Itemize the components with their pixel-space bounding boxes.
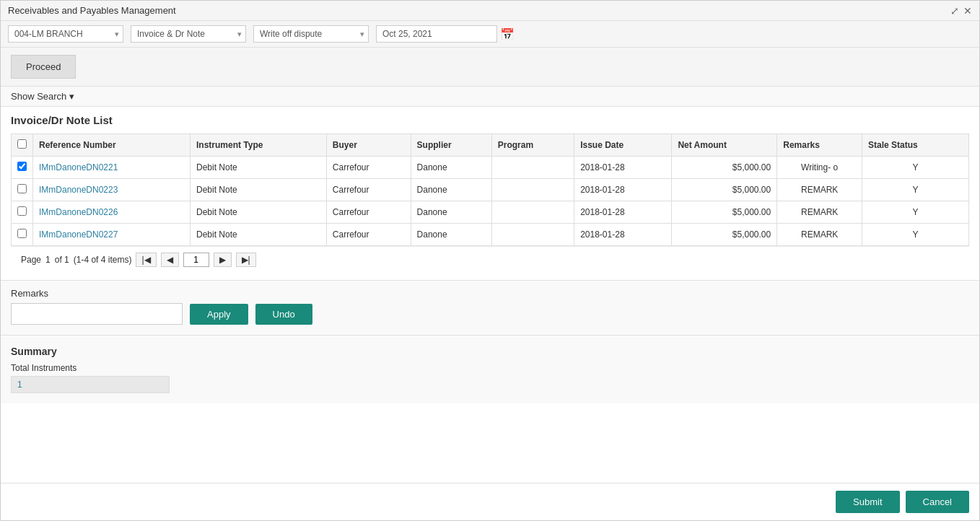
- transaction-type-dropdown-wrapper[interactable]: Invoice & Dr Note: [131, 25, 246, 43]
- page-number-text: 1: [45, 255, 51, 265]
- row-ref[interactable]: IMmDanoneDN0223: [33, 179, 191, 201]
- maximize-icon[interactable]: ⤢: [950, 5, 959, 17]
- row-net-amount: $5,000.00: [672, 224, 777, 246]
- row-supplier: Danone: [411, 201, 491, 224]
- row-stale: Y: [862, 157, 969, 179]
- table-section: Invoice/Dr Note List Reference Number In…: [1, 107, 979, 280]
- row-buyer: Carrefour: [326, 201, 411, 224]
- total-instruments-value: 1: [11, 376, 170, 393]
- row-ref[interactable]: IMmDanoneDN0226: [33, 201, 191, 224]
- row-checkbox[interactable]: [17, 229, 27, 238]
- row-checkbox-cell[interactable]: [12, 201, 33, 224]
- title-bar: Receivables and Payables Management ⤢ ✕: [1, 1, 979, 21]
- close-icon[interactable]: ✕: [963, 5, 972, 17]
- main-content: Proceed Show Search ▾ Invoice/Dr Note Li…: [1, 48, 979, 483]
- table-row: IMmDanoneDN0227Debit NoteCarrefourDanone…: [12, 224, 969, 246]
- remarks-section: Remarks Apply Undo: [1, 280, 979, 335]
- row-issue-date: 2018-01-28: [574, 224, 672, 246]
- proceed-section: Proceed: [1, 48, 979, 87]
- write-off-type-dropdown[interactable]: Write off dispute: [253, 25, 369, 43]
- write-off-type-dropdown-wrapper[interactable]: Write off dispute: [253, 25, 369, 43]
- row-program: [491, 224, 574, 246]
- row-type: Debit Note: [191, 179, 327, 201]
- col-program: Program: [491, 134, 574, 157]
- row-checkbox[interactable]: [17, 162, 27, 171]
- window-title: Receivables and Payables Management: [8, 5, 176, 16]
- row-supplier: Danone: [411, 157, 491, 179]
- row-buyer: Carrefour: [326, 224, 411, 246]
- row-net-amount: $5,000.00: [672, 201, 777, 224]
- table-row: IMmDanoneDN0221Debit NoteCarrefourDanone…: [12, 157, 969, 179]
- items-label: (1-4 of 4 items): [74, 255, 132, 265]
- select-all-header[interactable]: [12, 134, 33, 157]
- of-label: of 1: [55, 255, 69, 265]
- row-remarks: REMARK: [777, 224, 862, 246]
- row-ref[interactable]: IMmDanoneDN0227: [33, 224, 191, 246]
- proceed-button[interactable]: Proceed: [11, 55, 76, 79]
- row-buyer: Carrefour: [326, 179, 411, 201]
- show-search-toggle[interactable]: Show Search ▾: [1, 87, 979, 107]
- row-type: Debit Note: [191, 224, 327, 246]
- pagination: Page 1 of 1 (1-4 of 4 items) |◀ ◀ ▶ ▶|: [11, 246, 969, 273]
- row-type: Debit Note: [191, 157, 327, 179]
- row-type: Debit Note: [191, 201, 327, 224]
- filter-toolbar: 004-LM BRANCH Invoice & Dr Note Write of…: [1, 21, 979, 48]
- summary-title: Summary: [11, 346, 969, 357]
- row-checkbox[interactable]: [17, 206, 27, 216]
- row-program: [491, 157, 574, 179]
- total-instruments-label: Total Instruments: [11, 363, 969, 373]
- first-page-button[interactable]: |◀: [136, 253, 156, 267]
- row-issue-date: 2018-01-28: [574, 157, 672, 179]
- table-header-row: Reference Number Instrument Type Buyer S…: [12, 134, 969, 157]
- table-row: IMmDanoneDN0226Debit NoteCarrefourDanone…: [12, 201, 969, 224]
- row-issue-date: 2018-01-28: [574, 179, 672, 201]
- row-buyer: Carrefour: [326, 157, 411, 179]
- date-input[interactable]: [376, 25, 497, 43]
- page-input[interactable]: [183, 253, 209, 267]
- row-remarks: Writing- o: [777, 157, 862, 179]
- remarks-row: Apply Undo: [11, 303, 969, 325]
- row-supplier: Danone: [411, 224, 491, 246]
- col-instrument-type: Instrument Type: [191, 134, 327, 157]
- row-ref[interactable]: IMmDanoneDN0221: [33, 157, 191, 179]
- show-search-chevron-icon: ▾: [69, 91, 74, 102]
- date-wrapper: 📅: [376, 25, 515, 43]
- submit-button[interactable]: Submit: [836, 491, 899, 513]
- row-remarks: REMARK: [777, 201, 862, 224]
- transaction-type-dropdown[interactable]: Invoice & Dr Note: [131, 25, 246, 43]
- invoice-table: Reference Number Instrument Type Buyer S…: [11, 133, 969, 246]
- prev-page-button[interactable]: ◀: [161, 253, 179, 267]
- col-net-amount: Net Amount: [672, 134, 777, 157]
- remarks-label: Remarks: [11, 288, 969, 299]
- calendar-icon[interactable]: 📅: [500, 27, 515, 41]
- col-supplier: Supplier: [411, 134, 491, 157]
- col-issue-date: Issue Date: [574, 134, 672, 157]
- select-all-checkbox[interactable]: [17, 139, 27, 149]
- footer-actions: Submit Cancel: [1, 483, 979, 520]
- col-stale-status: Stale Status: [862, 134, 969, 157]
- row-checkbox[interactable]: [17, 184, 27, 193]
- row-net-amount: $5,000.00: [672, 179, 777, 201]
- row-checkbox-cell[interactable]: [12, 179, 33, 201]
- remarks-input[interactable]: [11, 303, 183, 325]
- row-stale: Y: [862, 224, 969, 246]
- row-stale: Y: [862, 179, 969, 201]
- row-checkbox-cell[interactable]: [12, 224, 33, 246]
- row-remarks: REMARK: [777, 179, 862, 201]
- undo-button[interactable]: Undo: [255, 304, 312, 325]
- show-search-label: Show Search: [11, 91, 66, 102]
- table-row: IMmDanoneDN0223Debit NoteCarrefourDanone…: [12, 179, 969, 201]
- next-page-button[interactable]: ▶: [214, 253, 232, 267]
- branch-dropdown[interactable]: 004-LM BRANCH: [8, 25, 123, 43]
- apply-button[interactable]: Apply: [190, 304, 248, 325]
- row-supplier: Danone: [411, 179, 491, 201]
- row-net-amount: $5,000.00: [672, 157, 777, 179]
- row-program: [491, 179, 574, 201]
- branch-dropdown-wrapper[interactable]: 004-LM BRANCH: [8, 25, 123, 43]
- row-checkbox-cell[interactable]: [12, 157, 33, 179]
- col-remarks: Remarks: [777, 134, 862, 157]
- row-stale: Y: [862, 201, 969, 224]
- last-page-button[interactable]: ▶|: [236, 253, 256, 267]
- row-program: [491, 201, 574, 224]
- cancel-button[interactable]: Cancel: [906, 491, 969, 513]
